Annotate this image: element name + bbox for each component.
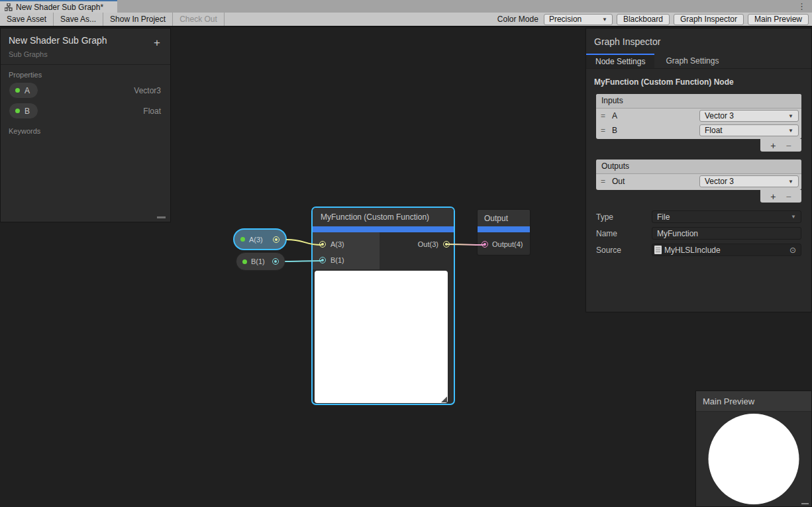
main-preview-body: [696, 412, 811, 506]
exposed-dot-icon: [240, 237, 245, 242]
input-type-value: Vector 3: [705, 111, 734, 120]
document-tab-label: New Shader Sub Graph*: [16, 3, 103, 12]
chevron-down-icon: ▼: [788, 128, 793, 134]
graph-inspector-tabs: Node Settings Graph Settings: [586, 54, 811, 69]
kebab-menu-icon[interactable]: ⋮: [797, 1, 806, 12]
outputs-list-header: Outputs: [596, 160, 801, 174]
node-input-ports: A(3) B(1): [313, 232, 380, 269]
exposed-dot-icon: [15, 88, 20, 93]
preview-sphere: [709, 414, 799, 504]
output-node-port-row: Output(4): [478, 232, 530, 255]
port-icon[interactable]: [272, 258, 279, 265]
input-type-dropdown[interactable]: Float ▼: [699, 124, 799, 136]
color-mode-dropdown[interactable]: Precision ▼: [544, 14, 613, 25]
check-out-button[interactable]: Check Out: [173, 13, 225, 26]
save-as-button[interactable]: Save As...: [54, 13, 103, 26]
main-preview-toggle-button[interactable]: Main Preview: [748, 14, 809, 25]
document-tab[interactable]: New Shader Sub Graph*: [0, 0, 117, 13]
node-accent-bar: [478, 226, 530, 232]
port-icon[interactable]: [273, 236, 279, 243]
output-node[interactable]: Output Output(4): [477, 209, 531, 255]
exposed-dot-icon: [15, 109, 20, 113]
preview-collapse-handle[interactable]: [441, 396, 447, 402]
output-port-label: Out(3): [418, 240, 438, 248]
blackboard-header: New Shader Sub Graph Sub Graphs +: [1, 28, 170, 65]
name-input[interactable]: MyFunction: [652, 227, 801, 240]
input-name: B: [612, 126, 699, 135]
input-port-a-label: A(3): [330, 240, 344, 248]
inputs-row-a: = A Vector 3 ▼: [596, 109, 801, 123]
keywords-section-label: Keywords: [1, 121, 170, 136]
graph-inspector-panel: Graph Inspector Node Settings Graph Sett…: [585, 28, 812, 312]
port-icon[interactable]: [319, 241, 326, 248]
input-name: A: [612, 111, 699, 120]
output-node-title: Output: [478, 210, 530, 226]
output-type-dropdown[interactable]: Vector 3 ▼: [699, 175, 799, 187]
show-in-project-button[interactable]: Show In Project: [103, 13, 173, 26]
input-port-row-b: B(1): [319, 252, 380, 268]
main-preview-panel: Main Preview: [695, 391, 812, 507]
add-property-button[interactable]: +: [154, 38, 160, 48]
add-output-button[interactable]: +: [770, 191, 776, 202]
property-pill-a-label: A: [25, 86, 30, 95]
outputs-list-controls: + −: [760, 190, 801, 203]
source-object-field[interactable]: MyHLSLInclude ⊙: [652, 244, 801, 256]
resize-handle[interactable]: [157, 216, 166, 218]
outputs-row-out: = Out Vector 3 ▼: [596, 174, 801, 189]
input-type-dropdown[interactable]: Vector 3 ▼: [699, 110, 799, 122]
blackboard-panel: New Shader Sub Graph Sub Graphs + Proper…: [0, 28, 171, 222]
property-node-a[interactable]: A(3): [233, 228, 287, 250]
property-type-label: Float: [143, 107, 161, 116]
type-dropdown[interactable]: File ▼: [652, 210, 801, 223]
chevron-down-icon: ▼: [788, 113, 793, 119]
input-port-row-a: A(3): [319, 236, 380, 252]
chevron-down-icon: ▼: [791, 214, 796, 220]
name-value: MyFunction: [657, 229, 698, 238]
color-mode-value: Precision: [549, 15, 582, 24]
drag-handle-icon[interactable]: =: [601, 177, 605, 186]
selected-node-header: MyFunction (Custom Function) Node: [586, 69, 811, 94]
inputs-list: Inputs = A Vector 3 ▼ = B Float ▼: [596, 94, 801, 139]
tab-graph-settings[interactable]: Graph Settings: [654, 54, 730, 68]
add-input-button[interactable]: +: [770, 140, 776, 151]
remove-output-button[interactable]: −: [786, 191, 791, 202]
drag-handle-icon[interactable]: =: [601, 126, 605, 135]
port-icon[interactable]: [319, 257, 326, 263]
outputs-list: Outputs = Out Vector 3 ▼: [596, 160, 801, 190]
remove-input-button[interactable]: −: [786, 140, 791, 151]
source-label: Source: [596, 246, 652, 255]
output-type-value: Vector 3: [705, 177, 734, 186]
blackboard-toggle-button[interactable]: Blackboard: [617, 14, 670, 25]
main-preview-title: Main Preview: [696, 391, 811, 412]
property-row: B Float: [1, 101, 170, 121]
property-pill-b[interactable]: B: [9, 103, 38, 119]
chevron-down-icon: ▼: [788, 179, 793, 185]
port-icon[interactable]: [443, 241, 450, 248]
object-picker-icon[interactable]: ⊙: [786, 246, 799, 255]
node-output-ports: Out(3): [380, 232, 454, 269]
graph-inspector-toggle-button[interactable]: Graph Inspector: [674, 14, 744, 25]
property-node-b[interactable]: B(1): [236, 252, 285, 271]
inputs-list-footer: + −: [596, 139, 801, 152]
custom-function-node[interactable]: MyFunction (Custom Function) A(3) B(1) O…: [311, 207, 455, 405]
inputs-list-header: Inputs: [596, 94, 801, 109]
resize-handle[interactable]: [801, 503, 809, 504]
drag-handle-icon[interactable]: =: [601, 111, 605, 120]
property-pill-a[interactable]: A: [9, 82, 38, 99]
exposed-dot-icon: [242, 259, 247, 264]
blackboard-title: New Shader Sub Graph: [9, 35, 162, 46]
port-icon[interactable]: [482, 241, 488, 248]
node-preview: [315, 271, 448, 403]
property-type-label: Vector3: [134, 86, 161, 95]
save-asset-button[interactable]: Save Asset: [0, 13, 54, 26]
name-label: Name: [596, 229, 652, 238]
node-title: MyFunction (Custom Function): [313, 208, 454, 226]
window-tab-strip: New Shader Sub Graph* ⋮: [0, 0, 812, 13]
chevron-down-icon: ▼: [602, 17, 607, 23]
tab-node-settings[interactable]: Node Settings: [586, 54, 654, 68]
shader-graph-window: New Shader Sub Graph* ⋮ Save Asset Save …: [0, 0, 812, 507]
output-port-row: Out(3): [418, 236, 450, 252]
toolbar-right-group: Color Mode Precision ▼ Blackboard Graph …: [497, 14, 812, 25]
input-type-value: Float: [705, 126, 723, 135]
toolbar: Save Asset Save As... Show In Project Ch…: [0, 13, 812, 27]
